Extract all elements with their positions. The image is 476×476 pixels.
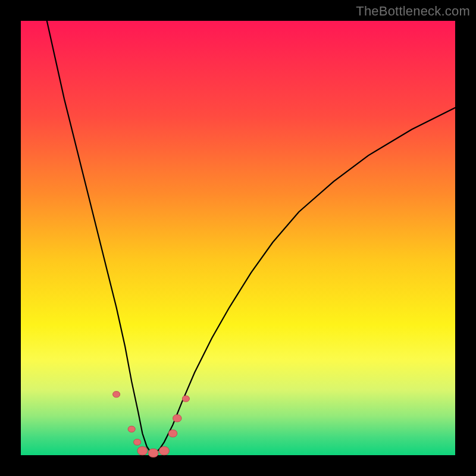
curve-marker [128, 426, 135, 432]
curve-marker [134, 439, 141, 445]
chart-frame: TheBottleneck.com [0, 0, 476, 476]
curve-marker [159, 447, 170, 455]
bottleneck-curve [47, 21, 455, 453]
watermark-text: TheBottleneck.com [356, 4, 470, 19]
curve-marker [137, 447, 148, 455]
curve-markers [113, 392, 190, 458]
curve-marker [173, 415, 181, 422]
curve-marker [168, 430, 177, 437]
curve-marker [182, 396, 189, 402]
curve-marker [148, 449, 158, 457]
chart-overlay [21, 21, 455, 455]
curve-marker [113, 392, 120, 397]
